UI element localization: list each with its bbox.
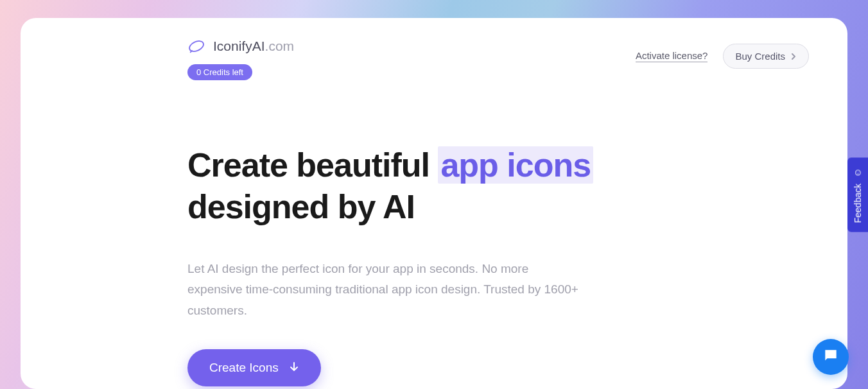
hero-subtitle: Let AI design the perfect icon for your …: [187, 259, 586, 321]
header: IconifyAI.com 0 Credits left Activate li…: [21, 37, 847, 80]
create-icons-label: Create Icons: [209, 361, 279, 375]
chevron-right-icon: [790, 51, 797, 62]
logo-icon: [187, 37, 205, 55]
logo-text: IconifyAI.com: [213, 39, 294, 54]
feedback-icon: ☺: [853, 166, 862, 177]
arrow-down-icon: [289, 361, 299, 375]
feedback-label: Feedback: [853, 184, 863, 223]
main-card: IconifyAI.com 0 Credits left Activate li…: [21, 18, 847, 389]
chat-bubble-button[interactable]: [813, 339, 849, 375]
hero-title: Create beautiful app icons designed by A…: [187, 144, 809, 228]
activate-license-link[interactable]: Activate license?: [636, 50, 708, 62]
cta-row: Create Icons: [187, 349, 809, 386]
buy-credits-label: Buy Credits: [735, 51, 785, 62]
feedback-tab[interactable]: Feedback ☺: [847, 157, 868, 232]
header-left: IconifyAI.com 0 Credits left: [187, 37, 294, 80]
logo[interactable]: IconifyAI.com: [187, 37, 294, 55]
create-icons-button[interactable]: Create Icons: [187, 349, 321, 386]
svg-point-0: [187, 39, 205, 54]
hero-section: Create beautiful app icons designed by A…: [21, 80, 847, 389]
header-right: Activate license? Buy Credits: [636, 37, 809, 69]
buy-credits-button[interactable]: Buy Credits: [723, 44, 809, 69]
credits-badge: 0 Credits left: [187, 64, 252, 80]
chat-icon: [822, 347, 839, 367]
